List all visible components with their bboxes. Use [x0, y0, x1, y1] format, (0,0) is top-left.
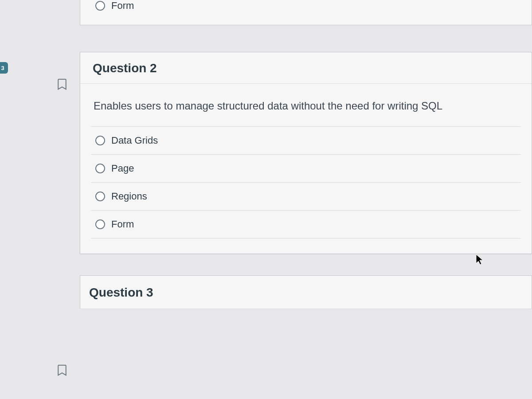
question-header: Question 2 — [80, 52, 532, 84]
radio-icon[interactable] — [95, 136, 105, 145]
sidebar-tab-number: 3 — [1, 65, 4, 71]
option-label: Data Grids — [111, 135, 158, 146]
option-label: Form — [111, 219, 134, 230]
option-row[interactable]: Form — [80, 0, 532, 25]
question-3-card: Question 3 — [80, 275, 532, 309]
question-title: Question 2 — [93, 61, 519, 75]
radio-icon[interactable] — [95, 164, 105, 173]
option-label: Page — [111, 163, 134, 174]
question-prompt: Enables users to manage structured data … — [80, 84, 532, 126]
question-1-card-fragment: Form — [80, 0, 532, 25]
option-row[interactable]: Regions — [91, 182, 521, 210]
option-row[interactable]: Page — [91, 154, 521, 182]
option-label: Regions — [111, 191, 147, 202]
radio-icon[interactable] — [95, 192, 105, 201]
option-row[interactable]: Data Grids — [91, 126, 521, 154]
question-2-card: Question 2 Enables users to manage struc… — [80, 52, 532, 254]
question-title: Question 3 — [80, 276, 532, 309]
option-row[interactable]: Form — [91, 210, 521, 239]
radio-icon[interactable] — [95, 1, 105, 11]
bookmark-flag-icon[interactable] — [55, 364, 69, 377]
options-list: Data Grids Page Regions Form — [80, 126, 532, 254]
bookmark-flag-icon[interactable] — [55, 78, 69, 91]
sidebar-tab-badge[interactable]: 3 — [0, 62, 8, 74]
option-label: Form — [111, 0, 134, 12]
radio-icon[interactable] — [95, 219, 105, 229]
